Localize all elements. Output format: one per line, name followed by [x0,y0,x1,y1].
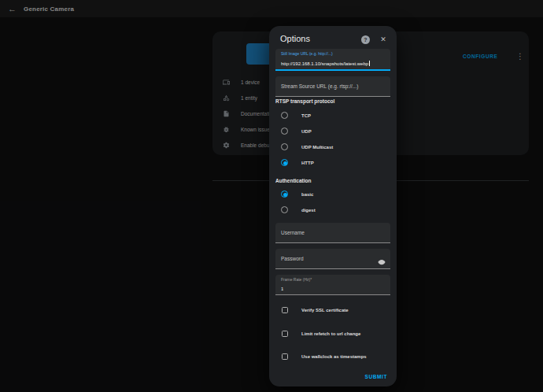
radio-digest[interactable]: digest [275,202,390,218]
radio-tcp[interactable]: TCP [275,108,390,124]
submit-button[interactable]: SUBMIT [364,374,387,379]
rtsp-group-label: RTSP transport protocol [275,98,334,104]
checkbox-icon [282,331,288,337]
dialog-title: Options [280,34,310,43]
password-field[interactable]: Password [275,249,390,269]
radio-icon [281,128,288,135]
stream-source-url-field[interactable]: Stream Source URL (e.g. rtsp://...) [275,76,390,97]
radio-label: UDP Multicast [301,139,333,155]
still-image-url-label: Still Image URL (e.g. http://...) [281,51,333,56]
options-dialog: Options ? ✕ Still Image URL (e.g. http:/… [269,26,397,386]
radio-label: basic [301,187,313,202]
text-cursor [369,61,370,66]
radio-icon [281,143,288,150]
radio-basic[interactable]: basic [275,187,390,202]
radio-udp[interactable]: UDP [275,124,390,139]
eye-icon [378,258,386,266]
radio-label: HTTP [301,155,314,171]
help-icon[interactable]: ? [361,35,370,44]
radio-udp-multicast[interactable]: UDP Multicast [275,139,390,155]
checkbox-limit-refetch[interactable]: Limit refetch to url change [275,328,390,341]
radio-icon [281,112,288,119]
password-visibility-toggle[interactable] [378,255,386,263]
radio-http[interactable]: HTTP [275,155,390,171]
still-image-url-value: http://192.168.1.10/snapshots/latest.web… [281,61,370,66]
checkbox-wallclock[interactable]: Use wallclock as timestamps [275,351,390,364]
frame-rate-label: Frame Rate (Hz)* [281,277,312,282]
frame-rate-value: 1 [281,287,283,291]
checkbox-icon [282,353,288,360]
radio-label: UDP [301,124,312,139]
checkbox-label: Use wallclock as timestamps [301,351,367,363]
still-image-url-field[interactable]: Still Image URL (e.g. http://...) http:/… [275,49,390,71]
radio-icon [281,206,288,213]
checkbox-icon [282,307,288,313]
radio-selected-icon [281,159,288,166]
checkbox-verify-ssl[interactable]: Verify SSL certificate [275,305,390,317]
password-label: Password [281,249,304,268]
close-icon[interactable]: ✕ [379,35,388,44]
username-label: Username [281,223,305,242]
auth-group-label: Authentication [275,178,312,183]
radio-selected-icon [281,190,288,198]
checkbox-label: Verify SSL certificate [301,305,349,316]
frame-rate-field[interactable]: Frame Rate (Hz)* 1 [275,275,390,295]
stream-source-url-label: Stream Source URL (e.g. rtsp://...) [281,76,358,96]
screen: ← Generic Camera CONFIGURE ⋮ 1 device 1 … [0,0,543,392]
radio-label: digest [301,202,316,218]
checkbox-label: Limit refetch to url change [301,328,360,340]
radio-label: TCP [301,108,311,124]
username-field[interactable]: Username [275,223,390,243]
